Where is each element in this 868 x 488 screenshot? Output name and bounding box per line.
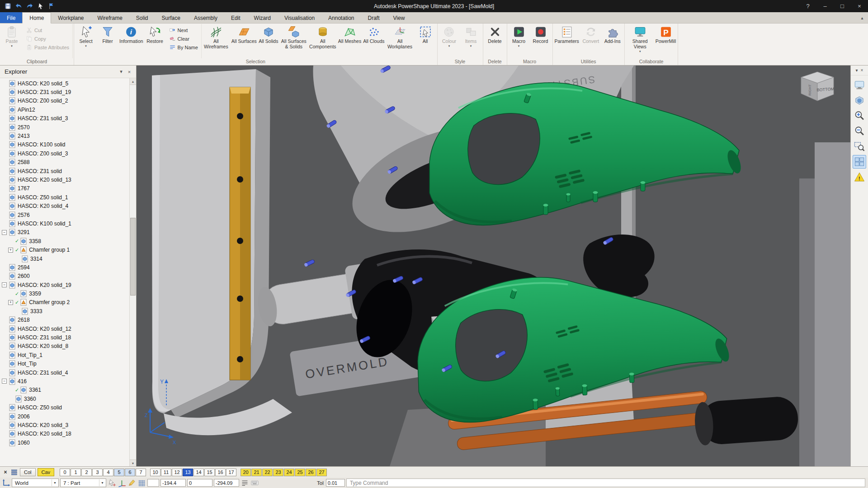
level-7-button[interactable]: 7 [136, 469, 146, 476]
expand-icon[interactable]: + [8, 300, 13, 305]
macro-button[interactable]: Macro▾ [508, 24, 530, 58]
level-25-button[interactable]: 25 [295, 469, 305, 476]
close-levels-icon[interactable]: × [2, 469, 9, 475]
tab-visualisation[interactable]: Visualisation [278, 12, 321, 23]
tree-item[interactable]: HASCO: Z00 solid_2 [0, 97, 129, 105]
expand-icon[interactable]: + [8, 248, 13, 253]
tree-item[interactable]: HASCO: Z50 solid_1 [0, 193, 129, 202]
axes-icon[interactable] [118, 479, 126, 487]
level-24-button[interactable]: 24 [284, 469, 294, 476]
tree-item[interactable]: 2600 [0, 272, 129, 281]
all-surfaces-button[interactable]: All Surfaces [231, 24, 258, 58]
multi-view-button[interactable] [853, 155, 866, 169]
select-tool-icon[interactable] [37, 2, 44, 10]
tab-workplane[interactable]: Workplane [51, 12, 90, 23]
part-select[interactable]: 7 : Part ▼ [60, 479, 106, 487]
axis-mode-icon[interactable] [2, 479, 10, 487]
scroll-down-icon[interactable]: ▼ [130, 460, 136, 466]
record-button[interactable]: Record [530, 24, 552, 58]
collapse-icon[interactable]: − [2, 230, 7, 235]
tree-item[interactable]: 3333 [0, 307, 129, 315]
level-17-button[interactable]: 17 [226, 469, 236, 476]
tab-wizard[interactable]: Wizard [247, 12, 278, 23]
level-5-button[interactable]: 5 [114, 469, 124, 476]
all-workplanes-button[interactable]: All Workplanes [386, 24, 415, 58]
level-12-button[interactable]: 12 [172, 469, 182, 476]
tree-item[interactable]: 3314 [0, 254, 129, 263]
right-mold-pillar[interactable] [815, 142, 850, 466]
tree-item[interactable]: +✓Chamfer group 2 [0, 298, 129, 307]
collapse-icon[interactable]: − [2, 282, 7, 287]
all-components-button[interactable]: All Components [308, 24, 337, 58]
collapse-icon[interactable]: − [2, 379, 7, 384]
close-button[interactable]: × [851, 0, 868, 12]
workplane-select[interactable]: World ▼ [12, 479, 59, 487]
tab-annotation[interactable]: Annotation [321, 12, 361, 23]
help-button[interactable]: ? [799, 0, 816, 12]
tree-item[interactable]: −3291 [0, 228, 129, 237]
panel-menu-icon[interactable]: ▾ [117, 68, 125, 76]
tree-item[interactable]: Hot_Tip [0, 360, 129, 368]
save-icon[interactable] [4, 2, 12, 10]
level-11-button[interactable]: 11 [161, 469, 171, 476]
scroll-up-icon[interactable]: ▲ [130, 78, 136, 85]
add-ins-button[interactable]: Add-Ins [602, 24, 623, 58]
tree-item[interactable]: 2576 [0, 211, 129, 219]
tab-draft[interactable]: Draft [361, 12, 386, 23]
redo-icon[interactable] [26, 2, 33, 10]
level-27-button[interactable]: 27 [316, 469, 327, 476]
level-10-button[interactable]: 10 [150, 469, 160, 476]
blank-field[interactable] [147, 479, 159, 487]
level-6-button[interactable]: 6 [125, 469, 135, 476]
tree-item[interactable]: 2618 [0, 316, 129, 324]
levels-icon[interactable] [10, 469, 18, 476]
tree-item[interactable]: ✓3361 [0, 386, 129, 394]
tab-view[interactable]: View [387, 12, 412, 23]
delete-button[interactable]: Delete [484, 24, 506, 58]
level-0-button[interactable]: 0 [60, 469, 70, 476]
tree-item[interactable]: HASCO: K20 solid_12 [0, 324, 129, 333]
tree-item[interactable]: HASCO: K20 solid_8 [0, 342, 129, 351]
explorer-scrollbar[interactable]: ▲ ▼ [129, 78, 136, 466]
tree-item[interactable]: HASCO: K20 solid_4 [0, 202, 129, 210]
flag-icon[interactable] [47, 2, 55, 10]
tree-item[interactable]: HASCO: K100 solid [0, 141, 129, 149]
level-20-button[interactable]: 20 [241, 469, 251, 476]
tree-item[interactable]: Hot_Tip_1 [0, 351, 129, 359]
tree-item[interactable]: ✓3359 [0, 289, 129, 298]
tree-item[interactable]: 3360 [0, 394, 129, 403]
viewport-3d[interactable]: SUBSTRATE OVERMOLD [137, 66, 850, 466]
warning-button[interactable]: ! [853, 170, 866, 184]
tree-item[interactable]: HASCO: Z31 solid_3 [0, 114, 129, 123]
grid-icon[interactable] [137, 479, 146, 487]
keyboard-icon[interactable] [250, 479, 259, 487]
tree-item[interactable]: HASCO: Z31 solid_19 [0, 88, 129, 96]
parameters-button[interactable]: Parameters [554, 24, 580, 58]
tree-item[interactable]: +✓Chamfer group 1 [0, 245, 129, 254]
command-input[interactable] [346, 479, 865, 487]
tab-file[interactable]: File [0, 12, 22, 23]
level-2-button[interactable]: 2 [81, 469, 92, 476]
tree-item[interactable]: 2594 [0, 263, 129, 272]
tree-item[interactable]: APin12 [0, 105, 129, 114]
collapse-ribbon-icon[interactable]: ▴ [856, 12, 868, 23]
level-26-button[interactable]: 26 [306, 469, 316, 476]
tree-item[interactable]: HASCO: Z31 solid_4 [0, 368, 129, 377]
tab-assembly[interactable]: Assembly [187, 12, 224, 23]
level-4-button[interactable]: 4 [103, 469, 113, 476]
zoom-box-button[interactable] [853, 140, 866, 153]
level-22-button[interactable]: 22 [262, 469, 273, 476]
level-13-button[interactable]: 13 [183, 469, 193, 476]
tolerance-field[interactable] [326, 479, 345, 487]
by-name-button[interactable]: By Name [168, 43, 199, 51]
tree-item[interactable]: 2570 [0, 123, 129, 131]
panel-close-icon[interactable]: × [861, 68, 863, 73]
all-surfaces-solids-button[interactable]: All Surfaces & Solids [279, 24, 308, 58]
panel-close-icon[interactable]: × [125, 68, 133, 76]
tab-surface[interactable]: Surface [155, 12, 187, 23]
select-button[interactable]: Select▾ [75, 24, 97, 58]
tree-item[interactable]: HASCO: K20 solid_5 [0, 79, 129, 88]
tree-item[interactable]: HASCO: Z50 solid [0, 403, 129, 412]
tree-item[interactable]: HASCO: K20 solid_18 [0, 430, 129, 438]
tree-item[interactable]: HASCO: Z00 solid_3 [0, 149, 129, 158]
